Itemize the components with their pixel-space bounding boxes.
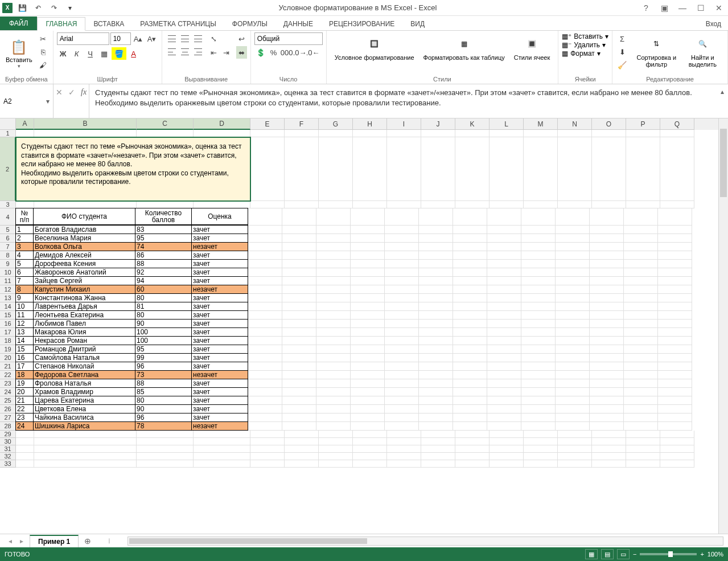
cell[interactable]: [453, 422, 487, 431]
horizontal-scrollbar[interactable]: [127, 537, 723, 546]
cell[interactable]: 10: [15, 302, 34, 311]
cell[interactable]: [385, 379, 419, 388]
cell[interactable]: [487, 413, 521, 422]
row-header[interactable]: 18: [0, 337, 16, 345]
cell[interactable]: [319, 201, 353, 208]
cell[interactable]: [658, 371, 692, 379]
cell[interactable]: [660, 460, 694, 468]
cell[interactable]: [353, 130, 387, 137]
cell[interactable]: зачет: [191, 268, 248, 277]
autosum-icon[interactable]: Σ: [616, 32, 628, 45]
cell[interactable]: [592, 460, 626, 468]
cell[interactable]: 16: [15, 353, 34, 362]
cell[interactable]: 88: [135, 379, 192, 388]
cancel-formula-icon[interactable]: ✕: [56, 88, 63, 97]
cell[interactable]: [590, 234, 624, 243]
cell[interactable]: [316, 302, 351, 311]
cell[interactable]: зачет: [191, 234, 248, 243]
cell[interactable]: [658, 208, 692, 226]
cell[interactable]: 21: [15, 396, 34, 405]
ribbon-options-icon[interactable]: ▣: [657, 2, 671, 14]
cell[interactable]: [658, 396, 692, 405]
cell[interactable]: [248, 294, 282, 302]
cell[interactable]: 85: [135, 387, 192, 396]
row-header[interactable]: 29: [0, 431, 16, 438]
cell[interactable]: [453, 234, 487, 243]
cell[interactable]: 23: [15, 413, 34, 422]
row-header[interactable]: 16: [0, 320, 16, 328]
cell[interactable]: [521, 285, 556, 294]
cell[interactable]: [558, 431, 592, 438]
cell[interactable]: [282, 260, 316, 268]
cell[interactable]: [487, 337, 521, 345]
cell[interactable]: [316, 251, 351, 260]
cell[interactable]: [419, 388, 453, 396]
cell[interactable]: [592, 201, 626, 208]
cell[interactable]: [658, 405, 692, 413]
cell[interactable]: [521, 260, 556, 268]
cell[interactable]: [419, 413, 453, 422]
tab-insert[interactable]: ВСТАВКА: [85, 18, 132, 30]
cell[interactable]: [524, 445, 558, 453]
cell[interactable]: [385, 208, 419, 226]
cell[interactable]: [521, 311, 556, 320]
cell[interactable]: [194, 431, 250, 438]
cell[interactable]: [556, 320, 590, 328]
italic-button[interactable]: К: [71, 47, 83, 60]
cell[interactable]: [590, 328, 624, 337]
cell[interactable]: [282, 354, 316, 362]
cell[interactable]: [624, 337, 658, 345]
cell[interactable]: [624, 345, 658, 354]
cell[interactable]: [626, 460, 660, 468]
row-header[interactable]: 7: [0, 243, 16, 251]
cell[interactable]: зачет: [191, 379, 248, 388]
cell[interactable]: [556, 362, 590, 371]
cell[interactable]: [387, 460, 421, 468]
cell[interactable]: [658, 268, 692, 277]
cell[interactable]: [556, 388, 590, 396]
cell[interactable]: [624, 268, 658, 277]
cell[interactable]: [250, 137, 285, 201]
cell[interactable]: [590, 337, 624, 345]
cell[interactable]: [658, 328, 692, 337]
cell[interactable]: [282, 243, 316, 251]
cell[interactable]: [524, 460, 558, 468]
cell[interactable]: [351, 268, 385, 277]
cell[interactable]: незачет: [191, 242, 248, 251]
cell[interactable]: [34, 453, 137, 460]
row-header[interactable]: 25: [0, 396, 16, 405]
cell[interactable]: [387, 431, 421, 438]
cell[interactable]: [319, 130, 353, 137]
cell[interactable]: [250, 445, 285, 453]
cell[interactable]: [387, 137, 421, 201]
cell[interactable]: [353, 438, 387, 445]
cell[interactable]: [351, 320, 385, 328]
cell[interactable]: зачет: [191, 319, 248, 328]
cell[interactable]: [319, 137, 353, 201]
cell[interactable]: [658, 345, 692, 354]
merge-center-icon[interactable]: ⬌: [236, 46, 247, 59]
cell[interactable]: [351, 208, 385, 226]
cell[interactable]: [624, 354, 658, 362]
cell[interactable]: [137, 445, 194, 453]
tab-split-handle[interactable]: ⁞: [108, 537, 110, 545]
cell[interactable]: [658, 226, 692, 234]
cell[interactable]: [421, 130, 455, 137]
cell[interactable]: [319, 453, 353, 460]
cell[interactable]: [660, 431, 694, 438]
cell[interactable]: [455, 431, 490, 438]
cell[interactable]: [353, 137, 387, 201]
row-header[interactable]: 26: [0, 405, 16, 413]
cell[interactable]: Макарова Юлия: [33, 327, 135, 337]
cell[interactable]: 9: [15, 293, 34, 302]
cell[interactable]: [487, 294, 521, 302]
cell[interactable]: [385, 277, 419, 285]
cell[interactable]: [624, 388, 658, 396]
cell[interactable]: [521, 379, 556, 388]
cell[interactable]: 80: [135, 396, 192, 405]
cell[interactable]: [16, 431, 34, 438]
cell[interactable]: [419, 243, 453, 251]
cell[interactable]: [285, 453, 319, 460]
col-header[interactable]: O: [592, 118, 626, 130]
format-cells-button[interactable]: ▦Формат ▾: [562, 50, 608, 58]
